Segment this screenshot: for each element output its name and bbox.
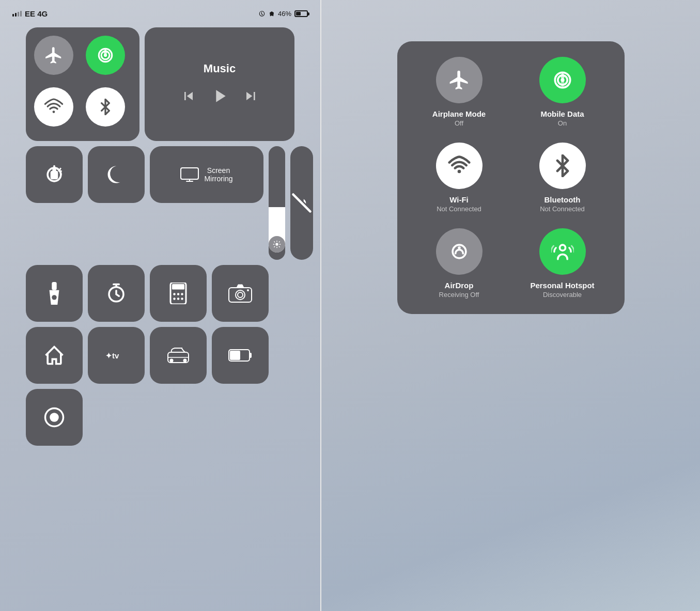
popup-airdrop-label: AirDrop Receiving Off — [439, 281, 479, 299]
svg-rect-31 — [250, 353, 252, 358]
popup-hotspot-label: Personal Hotspot Discoverable — [530, 281, 594, 299]
music-title: Music — [204, 62, 236, 75]
icon-row-3 — [26, 389, 294, 446]
connectivity-popup: Airplane Mode Off Mobile Data On — [397, 41, 625, 314]
popup-personal-hotspot[interactable]: Personal Hotspot Discoverable — [516, 228, 609, 299]
small-buttons-row: ScreenMirroring — [26, 146, 263, 203]
svg-point-17 — [181, 293, 183, 295]
svg-point-37 — [457, 170, 461, 174]
icon-row-2: ✦tv — [26, 327, 294, 384]
svg-line-8 — [293, 195, 310, 212]
svg-rect-14 — [172, 284, 184, 290]
mobile-data-button[interactable] — [86, 36, 125, 75]
location-icon — [269, 10, 275, 18]
popup-airplane-label: Airplane Mode Off — [432, 109, 486, 127]
svg-point-20 — [181, 297, 183, 300]
signal-icon — [12, 11, 22, 17]
svg-point-11 — [52, 295, 56, 300]
popup-mobile-data-label: Mobile Data On — [540, 109, 584, 127]
brightness-track — [269, 139, 285, 253]
popup-airdrop-icon-circle — [436, 228, 483, 275]
status-left: EE 4G — [12, 9, 48, 18]
popup-wifi-icon-circle — [436, 143, 483, 189]
play-button[interactable] — [209, 86, 230, 106]
svg-point-24 — [247, 289, 249, 291]
silent-button[interactable] — [290, 146, 313, 260]
calculator-button[interactable] — [150, 265, 207, 322]
brightness-knob — [269, 236, 285, 253]
svg-point-19 — [177, 297, 180, 300]
svg-point-7 — [275, 243, 278, 245]
svg-point-28 — [183, 359, 187, 363]
popup-bluetooth-icon-circle — [539, 143, 586, 189]
svg-point-22 — [236, 290, 245, 300]
popup-wifi-label: Wi-Fi Not Connected — [437, 195, 481, 213]
connectivity-block — [26, 27, 139, 141]
status-bar: EE 4G 46% — [0, 0, 320, 22]
icon-row-1 — [26, 265, 294, 322]
svg-text:✦tv: ✦tv — [105, 351, 119, 360]
middle-rows: ScreenMirroring — [26, 146, 294, 260]
left-panel: EE 4G 46% — [0, 0, 320, 611]
popup-airdrop[interactable]: AirDrop Receiving Off — [413, 228, 506, 299]
wifi-button[interactable] — [34, 87, 73, 127]
apple-tv-button[interactable]: ✦tv — [88, 327, 145, 384]
svg-rect-9 — [52, 282, 56, 290]
svg-rect-5 — [52, 172, 57, 179]
screen-rotation-lock-button[interactable] — [26, 146, 83, 203]
airplane-mode-button[interactable] — [34, 36, 73, 75]
svg-point-18 — [173, 297, 176, 300]
cc-grid: Music — [26, 22, 294, 456]
screen-mirroring-label: ScreenMirroring — [204, 166, 232, 183]
battery-icon — [294, 10, 308, 17]
left-controls: ScreenMirroring — [26, 146, 263, 260]
svg-point-39 — [458, 246, 461, 249]
do-not-disturb-button[interactable] — [88, 146, 145, 203]
popup-bluetooth-label: Bluetooth Not Connected — [540, 195, 585, 213]
brightness-slider[interactable] — [269, 146, 285, 260]
svg-point-23 — [238, 292, 243, 297]
svg-point-33 — [50, 413, 59, 422]
popup-bluetooth[interactable]: Bluetooth Not Connected — [516, 143, 609, 213]
flashlight-button[interactable] — [26, 265, 83, 322]
alarm-icon — [258, 10, 266, 18]
svg-rect-30 — [230, 351, 240, 360]
svg-point-15 — [173, 293, 176, 295]
popup-mobile-data[interactable]: Mobile Data On — [516, 57, 609, 127]
top-row: Music — [26, 27, 294, 141]
right-panel: Airplane Mode Off Mobile Data On — [321, 0, 700, 611]
popup-wifi[interactable]: Wi-Fi Not Connected — [413, 143, 506, 213]
home-button[interactable] — [26, 327, 83, 384]
svg-rect-6 — [181, 168, 198, 179]
bluetooth-button[interactable] — [86, 87, 125, 127]
battery-percent: 46% — [278, 10, 291, 18]
svg-point-27 — [170, 359, 174, 363]
svg-point-3 — [53, 111, 55, 113]
carrier-label: EE 4G — [25, 9, 48, 18]
carplay-button[interactable] — [150, 327, 207, 384]
timer-button[interactable] — [88, 265, 145, 322]
popup-hotspot-icon-circle — [539, 228, 586, 275]
svg-point-40 — [559, 245, 565, 250]
low-power-button[interactable] — [212, 327, 269, 384]
status-center: 46% — [258, 10, 308, 18]
camera-button[interactable] — [212, 265, 269, 322]
svg-point-16 — [177, 293, 180, 295]
popup-mobile-data-icon-circle — [539, 57, 586, 103]
music-block[interactable]: Music — [145, 27, 294, 141]
screen-record-button[interactable] — [26, 389, 83, 446]
next-button[interactable] — [242, 88, 259, 104]
screen-mirroring-button[interactable]: ScreenMirroring — [150, 146, 263, 203]
popup-airplane-icon-circle — [436, 57, 483, 103]
popup-airplane-mode[interactable]: Airplane Mode Off — [413, 57, 506, 127]
music-controls — [180, 86, 259, 106]
prev-button[interactable] — [180, 88, 197, 104]
